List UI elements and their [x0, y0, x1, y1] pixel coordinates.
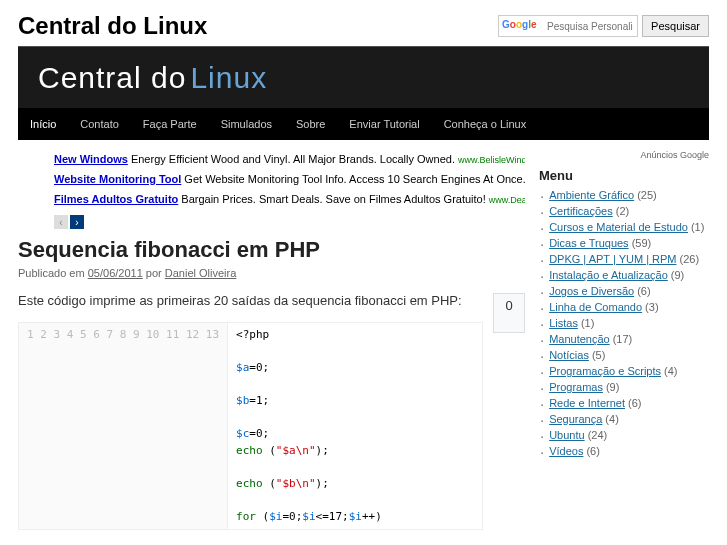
nav-item[interactable]: Contato [68, 118, 131, 130]
ad-line: New Windows Energy Efficient Wood and Vi… [54, 150, 525, 170]
sidebar-item: Listas(1) [541, 315, 709, 331]
sidebar-count: (17) [613, 333, 633, 345]
sidebar-link[interactable]: Instalação e Atualização [549, 269, 668, 281]
nav-item[interactable]: Enviar Tutorial [337, 118, 431, 130]
sidebar-link[interactable]: Dicas e Truques [549, 237, 628, 249]
ad-text: Energy Efficient Wood and Vinyl. All Maj… [128, 153, 458, 165]
sidebar-link[interactable]: Notícias [549, 349, 589, 361]
sidebar-item: Ambiente Gráfico(25) [541, 187, 709, 203]
sidebar-count: (6) [637, 285, 650, 297]
sidebar-count: (4) [605, 413, 618, 425]
sidebar-link[interactable]: Programas [549, 381, 603, 393]
header-banner: Central doLinux [18, 46, 709, 108]
nav-item[interactable]: Faça Parte [131, 118, 209, 130]
sidebar-link[interactable]: Rede e Internet [549, 397, 625, 409]
sidebar-link[interactable]: Linha de Comando [549, 301, 642, 313]
sidebar-count: (2) [616, 205, 629, 217]
sidebar-count: (4) [664, 365, 677, 377]
post-meta: Publicado em 05/06/2011 por Daniel Olive… [18, 267, 525, 279]
banner-main: Central do [38, 61, 186, 94]
ad-url[interactable]: www.DealTime.com [489, 195, 525, 205]
ad-line: Website Monitoring Tool Get Website Moni… [54, 170, 525, 190]
ad-next-icon[interactable]: › [70, 215, 84, 229]
sidebar-item: Linha de Comando(3) [541, 299, 709, 315]
sidebar-link[interactable]: Ubuntu [549, 429, 584, 441]
ad-title[interactable]: Filmes Adultos Gratuito [54, 193, 178, 205]
sidebar-item: Programação e Scripts(4) [541, 363, 709, 379]
site-title[interactable]: Central do Linux [18, 12, 207, 40]
code-block: 1 2 3 4 5 6 7 8 9 10 11 12 13 <?php $a=0… [18, 322, 483, 530]
sidebar-item: Jogos e Diversão(6) [541, 283, 709, 299]
sidebar-count: (1) [581, 317, 594, 329]
sidebar-item: Manutenção(17) [541, 331, 709, 347]
google-logo: Google [502, 19, 536, 30]
share-count-box[interactable]: 0 [493, 293, 525, 333]
ads-block: New Windows Energy Efficient Wood and Vi… [54, 150, 525, 209]
sidebar-count: (3) [645, 301, 658, 313]
sidebar-ad-label: Anúncios Google [539, 150, 709, 160]
nav-item[interactable]: Conheça o Linux [432, 118, 539, 130]
sidebar-link[interactable]: Segurança [549, 413, 602, 425]
ad-title[interactable]: Website Monitoring Tool [54, 173, 181, 185]
sidebar-link[interactable]: Listas [549, 317, 578, 329]
search-button[interactable]: Pesquisar [642, 15, 709, 37]
nav-item[interactable]: Sobre [284, 118, 337, 130]
sidebar-item: DPKG | APT | YUM | RPM(26) [541, 251, 709, 267]
sidebar-count: (26) [680, 253, 700, 265]
sidebar-count: (25) [637, 189, 657, 201]
post-date[interactable]: 05/06/2011 [88, 267, 143, 279]
sidebar-link[interactable]: Vídeos [549, 445, 583, 457]
sidebar-link[interactable]: Cursos e Material de Estudo [549, 221, 688, 233]
sidebar-item: Ubuntu(24) [541, 427, 709, 443]
post-intro: Este código imprime as primeiras 20 saíd… [18, 293, 483, 308]
sidebar-link[interactable]: Programação e Scripts [549, 365, 661, 377]
sidebar-link[interactable]: Certificações [549, 205, 613, 217]
sidebar-count: (59) [632, 237, 652, 249]
sidebar-item: Certificações(2) [541, 203, 709, 219]
ad-line: Filmes Adultos Gratuito Bargain Prices. … [54, 190, 525, 210]
sidebar-menu-title: Menu [539, 168, 709, 183]
sidebar-item: Programas(9) [541, 379, 709, 395]
sidebar-count: (1) [691, 221, 704, 233]
sidebar-count: (6) [586, 445, 599, 457]
banner-accent: Linux [190, 61, 267, 94]
sidebar-count: (9) [671, 269, 684, 281]
post-title: Sequencia fibonacci em PHP [18, 237, 525, 263]
sidebar-count: (5) [592, 349, 605, 361]
sidebar-item: Cursos e Material de Estudo(1) [541, 219, 709, 235]
code-lines: <?php $a=0; $b=1; $c=0; echo ("$a\n"); e… [228, 323, 390, 529]
sidebar-link[interactable]: DPKG | APT | YUM | RPM [549, 253, 676, 265]
sidebar-item: Segurança(4) [541, 411, 709, 427]
sidebar-menu: Ambiente Gráfico(25)Certificações(2)Curs… [539, 187, 709, 459]
sidebar-item: Rede e Internet(6) [541, 395, 709, 411]
nav-item[interactable]: Início [18, 118, 68, 130]
nav-item[interactable]: Simulados [209, 118, 284, 130]
ad-text: Get Website Monitoring Tool Info. Access… [181, 173, 525, 185]
sidebar-item: Notícias(5) [541, 347, 709, 363]
sidebar-item: Instalação e Atualização(9) [541, 267, 709, 283]
sidebar-link[interactable]: Jogos e Diversão [549, 285, 634, 297]
ad-text: Bargain Prices. Smart Deals. Save on Fil… [178, 193, 489, 205]
post-author[interactable]: Daniel Oliveira [165, 267, 237, 279]
sidebar-count: (9) [606, 381, 619, 393]
sidebar-link[interactable]: Ambiente Gráfico [549, 189, 634, 201]
sidebar-count: (6) [628, 397, 641, 409]
main-nav: InícioContatoFaça ParteSimuladosSobreEnv… [18, 108, 709, 140]
sidebar-item: Vídeos(6) [541, 443, 709, 459]
ad-prev-icon[interactable]: ‹ [54, 215, 68, 229]
sidebar-count: (24) [588, 429, 608, 441]
sidebar-item: Dicas e Truques(59) [541, 235, 709, 251]
ad-url[interactable]: www.BelisleWindows.com [458, 155, 525, 165]
ad-title[interactable]: New Windows [54, 153, 128, 165]
sidebar-link[interactable]: Manutenção [549, 333, 610, 345]
